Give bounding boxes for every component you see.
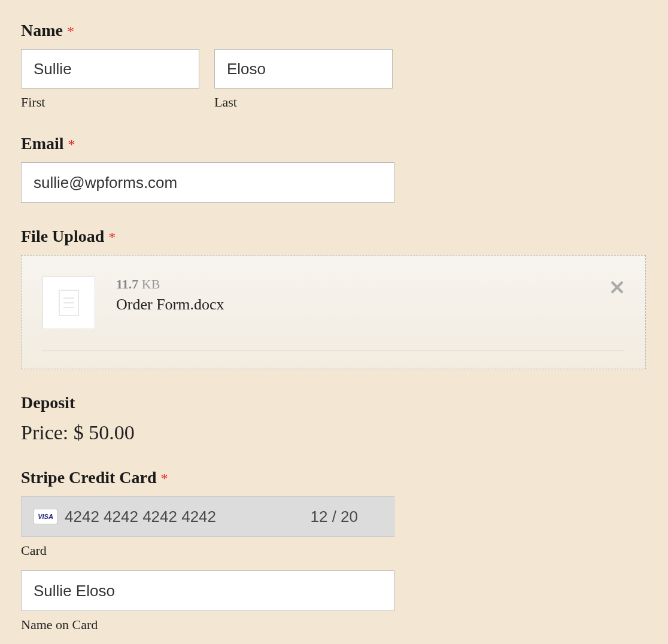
file-thumbnail bbox=[42, 277, 95, 329]
email-label-text: Email bbox=[21, 134, 64, 153]
last-name-sublabel: Last bbox=[214, 95, 393, 110]
required-asterisk: * bbox=[108, 229, 116, 245]
visa-icon: VISA bbox=[34, 509, 57, 524]
upload-dropzone[interactable]: 11.7 KB Order Form.docx bbox=[21, 255, 646, 369]
email-input[interactable] bbox=[21, 162, 394, 203]
card-expiry: 12 / 20 bbox=[310, 508, 358, 526]
required-asterisk: * bbox=[161, 470, 168, 486]
email-label: Email * bbox=[21, 134, 647, 153]
card-number: 4242 4242 4242 4242 bbox=[65, 508, 303, 526]
name-field: Name * First Last bbox=[21, 21, 647, 110]
name-label-text: Name bbox=[21, 21, 63, 40]
file-size: 11.7 KB bbox=[116, 277, 589, 292]
deposit-price: Price: $ 50.00 bbox=[21, 421, 647, 444]
stripe-field: Stripe Credit Card * VISA 4242 4242 4242… bbox=[21, 468, 647, 633]
name-on-card-input[interactable] bbox=[21, 570, 394, 611]
stripe-label: Stripe Credit Card * bbox=[21, 468, 647, 487]
stripe-label-text: Stripe Credit Card bbox=[21, 468, 157, 487]
file-upload-field: File Upload * 11.7 KB Order Form.docx bbox=[21, 227, 647, 369]
last-name-input[interactable] bbox=[214, 49, 393, 89]
first-name-input[interactable] bbox=[21, 49, 199, 89]
required-asterisk: * bbox=[68, 136, 75, 152]
file-upload-label-text: File Upload bbox=[21, 227, 104, 245]
email-field: Email * bbox=[21, 134, 647, 203]
document-icon bbox=[59, 290, 79, 316]
file-name: Order Form.docx bbox=[116, 296, 589, 314]
card-input[interactable]: VISA 4242 4242 4242 4242 12 / 20 bbox=[21, 496, 394, 537]
required-asterisk: * bbox=[67, 23, 74, 39]
name-on-card-sublabel: Name on Card bbox=[21, 617, 647, 633]
file-info: 11.7 KB Order Form.docx bbox=[116, 277, 589, 314]
uploaded-file-row: 11.7 KB Order Form.docx bbox=[42, 277, 624, 351]
file-upload-label: File Upload * bbox=[21, 227, 647, 246]
close-icon bbox=[610, 280, 624, 294]
deposit-label: Deposit bbox=[21, 393, 647, 412]
svg-text:VISA: VISA bbox=[38, 513, 53, 520]
card-sublabel: Card bbox=[21, 543, 647, 558]
deposit-field: Deposit Price: $ 50.00 bbox=[21, 393, 647, 444]
name-label: Name * bbox=[21, 21, 647, 40]
first-name-sublabel: First bbox=[21, 95, 199, 110]
remove-file-button[interactable] bbox=[610, 277, 624, 298]
